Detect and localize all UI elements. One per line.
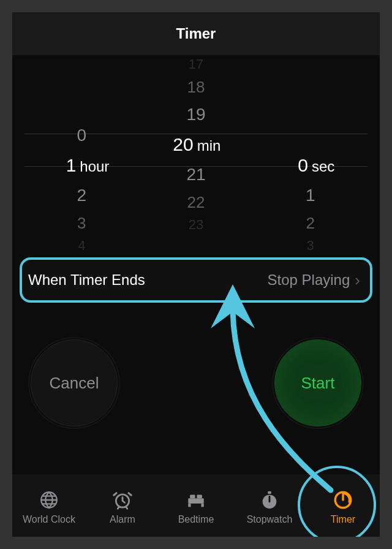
svg-rect-5 <box>190 495 195 499</box>
svg-rect-4 <box>202 504 204 507</box>
seconds-column[interactable]: 0sec 1 2 3 <box>253 55 368 245</box>
svg-rect-3 <box>188 504 190 507</box>
picker-value: 23 <box>189 216 203 234</box>
when-timer-ends-value: Stop Playing <box>268 271 350 289</box>
tab-bedtime[interactable]: Bedtime <box>159 490 233 525</box>
stopwatch-icon <box>259 490 280 510</box>
alarm-icon <box>112 490 133 510</box>
button-row: Cancel Start <box>12 303 380 426</box>
tab-world-clock[interactable]: World Clock <box>12 490 86 525</box>
minutes-column[interactable]: 17 18 19 20min 21 22 23 <box>139 55 254 245</box>
tab-label: Timer <box>331 514 355 525</box>
start-button[interactable]: Start <box>274 339 361 426</box>
tab-bar: World Clock Alarm Bedtime Stopwatch Time… <box>12 474 380 537</box>
navbar: Timer <box>12 12 380 55</box>
cancel-button[interactable]: Cancel <box>31 339 118 426</box>
tab-alarm[interactable]: Alarm <box>86 490 159 525</box>
timer-screen: Timer 0 1hour 2 3 4 17 18 19 20min 21 22 <box>12 12 380 537</box>
start-button-label: Start <box>301 374 335 393</box>
picker-value: 3 <box>307 237 314 255</box>
picker-value: 21 <box>186 161 205 189</box>
svg-rect-8 <box>268 491 271 494</box>
tab-stopwatch[interactable]: Stopwatch <box>233 490 306 525</box>
picker-value: 18 <box>187 74 205 100</box>
time-picker[interactable]: 0 1hour 2 3 4 17 18 19 20min 21 22 23 <box>12 55 380 245</box>
when-timer-ends-row[interactable]: When Timer Ends Stop Playing › <box>20 257 372 303</box>
picker-value: 1 <box>306 181 315 210</box>
picker-selected-sec: 0 <box>286 150 308 181</box>
cancel-button-label: Cancel <box>50 374 99 393</box>
picker-value: 0 <box>77 121 87 150</box>
page-title: Timer <box>176 25 216 42</box>
picker-value: 19 <box>186 100 205 129</box>
hours-unit: hour <box>80 151 109 183</box>
when-timer-ends-label: When Timer Ends <box>28 271 145 289</box>
bed-icon <box>186 490 206 510</box>
timer-icon <box>333 490 353 510</box>
tab-label: Alarm <box>110 514 135 525</box>
tab-label: Bedtime <box>178 514 214 525</box>
tab-label: Stopwatch <box>247 514 293 525</box>
picker-value: 3 <box>77 210 86 237</box>
picker-value: 2 <box>306 210 314 237</box>
picker-selected-hour: 1 <box>54 150 76 181</box>
globe-icon <box>39 490 59 510</box>
seconds-unit: sec <box>312 151 334 183</box>
picker-value: 17 <box>189 55 203 74</box>
picker-value: 4 <box>78 237 85 255</box>
chevron-right-icon: › <box>355 271 360 290</box>
svg-rect-6 <box>197 495 202 499</box>
svg-rect-2 <box>188 498 204 504</box>
tab-label: World Clock <box>23 514 75 525</box>
picker-selected-min: 20 <box>172 129 194 161</box>
hours-column[interactable]: 0 1hour 2 3 4 <box>24 55 139 245</box>
tab-timer[interactable]: Timer <box>306 490 380 525</box>
picker-value: 22 <box>187 189 205 216</box>
picker-value: 2 <box>77 181 87 210</box>
minutes-unit: min <box>197 130 221 162</box>
